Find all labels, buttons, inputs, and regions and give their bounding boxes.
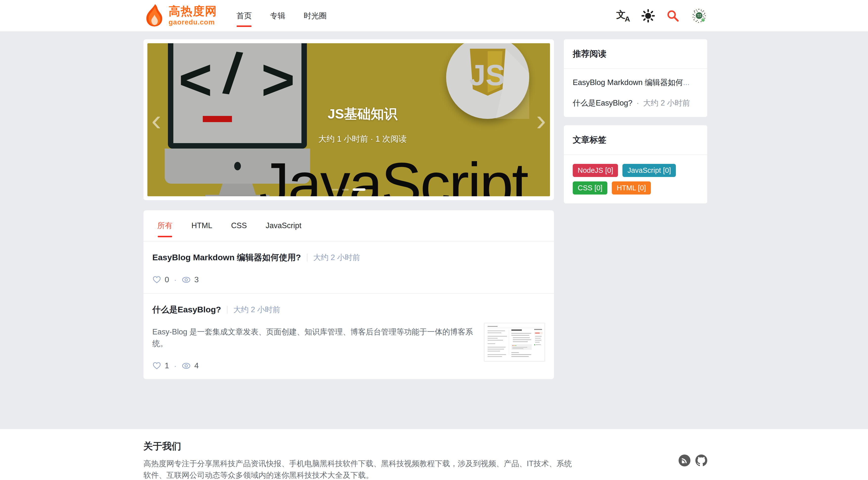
github-icon[interactable] xyxy=(695,454,707,467)
stats-dot: · xyxy=(174,362,177,370)
meta-separator xyxy=(307,254,307,261)
carousel-next-button[interactable]: › xyxy=(536,105,546,135)
article-time: 大约 2 小时前 xyxy=(313,252,360,263)
flame-logo-icon xyxy=(144,4,165,28)
red-cursor-dash xyxy=(203,116,232,122)
translate-icon[interactable]: 文 A xyxy=(616,9,630,22)
stats-dot: · xyxy=(174,276,177,284)
main-nav: 首页 专辑 时光圈 xyxy=(237,0,345,31)
about-text: 高热度网专注于分享黑科技产品资讯快报、手机电脑黑科技软件下载、黑科技视频教程下载… xyxy=(144,458,574,480)
carousel-card: < / > xyxy=(144,39,554,200)
nav-item-home[interactable]: 首页 xyxy=(237,0,252,31)
truncation-ellipsis: ... xyxy=(683,78,689,87)
recommended-reading-card: 推荐阅读 EasyBlog Markdown 编辑器如何... 什么是EasyB… xyxy=(564,39,707,117)
logo-title: 高热度网 xyxy=(169,5,217,17)
item-dot: · xyxy=(637,99,639,107)
article-tags-title: 文章标签 xyxy=(564,125,707,155)
article-title[interactable]: EasyBlog Markdown 编辑器如何使用? xyxy=(152,252,301,263)
tab-javascript[interactable]: JavaScript xyxy=(266,221,302,230)
article-row: 什么是EasyBlog? 大约 2 小时前 Easy-Blog 是一套集成文章发… xyxy=(144,293,554,379)
article-thumbnail[interactable] xyxy=(484,323,545,362)
code-slash-glyph: / xyxy=(221,43,245,103)
article-row: EasyBlog Markdown 编辑器如何使用? 大约 2 小时前 0 · xyxy=(144,242,554,293)
like-count: 1 xyxy=(165,361,169,370)
theme-sun-icon[interactable] xyxy=(642,9,655,23)
recommended-item[interactable]: 什么是EasyBlog? · 大约 2 小时前 xyxy=(573,98,699,108)
carousel-dot-1[interactable] xyxy=(332,189,338,191)
about-title: 关于我们 xyxy=(144,440,574,453)
views-icon xyxy=(182,276,191,284)
recommended-reading-title: 推荐阅读 xyxy=(564,39,707,69)
article-title[interactable]: 什么是EasyBlog? xyxy=(152,304,221,315)
carousel-indicators xyxy=(332,188,366,191)
site-header: 高热度网 gaoredu.com 首页 专辑 时光圈 文 A xyxy=(0,0,868,32)
views-icon xyxy=(182,362,191,370)
code-bracket-right-glyph: > xyxy=(261,51,295,108)
meta-separator xyxy=(227,306,227,314)
carousel-dot-2[interactable] xyxy=(342,189,349,191)
heart-icon xyxy=(152,275,161,284)
heart-icon xyxy=(152,361,161,370)
carousel-slide[interactable]: < / > xyxy=(147,43,550,196)
tab-all[interactable]: 所有 xyxy=(157,221,173,231)
tag-javascript[interactable]: JavaScript [0] xyxy=(622,164,676,177)
tag-html[interactable]: HTML [0] xyxy=(612,182,651,194)
article-list-card: 所有 HTML CSS JavaScript EasyBlog Markdown… xyxy=(144,210,554,379)
view-count: 4 xyxy=(194,361,199,370)
javascript-logo-badge: JS xyxy=(446,43,529,119)
item-time: 大约 2 小时前 xyxy=(643,99,690,107)
background-word-javascript: JavaScript xyxy=(259,154,527,196)
slide-meta: 大约 1 小时前 · 1 次阅读 xyxy=(293,133,432,145)
article-time: 大约 2 小时前 xyxy=(234,305,280,315)
recommended-item[interactable]: EasyBlog Markdown 编辑器如何... xyxy=(573,78,699,88)
carousel-dot-3-active[interactable] xyxy=(353,188,366,191)
tag-css[interactable]: CSS [0] xyxy=(573,182,607,194)
user-avatar[interactable] xyxy=(691,8,707,24)
view-count: 3 xyxy=(194,275,199,284)
article-tags-card: 文章标签 NodeJS [0] JavaScript [0] CSS [0] H… xyxy=(564,125,707,204)
about-block: 关于我们 高热度网专注于分享黑科技产品资讯快报、手机电脑黑科技软件下载、黑科技视… xyxy=(144,440,574,480)
site-logo[interactable]: 高热度网 gaoredu.com xyxy=(144,4,217,28)
slide-title[interactable]: JS基础知识 xyxy=(293,105,432,123)
page-background: < / > xyxy=(0,32,868,429)
search-icon[interactable] xyxy=(666,9,680,23)
svg-text:JS: JS xyxy=(469,59,505,91)
tag-nodejs[interactable]: NodeJS [0] xyxy=(573,164,618,177)
carousel-prev-button[interactable]: ‹ xyxy=(151,105,161,135)
nav-item-moments[interactable]: 时光圈 xyxy=(304,0,327,31)
tab-html[interactable]: HTML xyxy=(191,221,212,230)
tab-css[interactable]: CSS xyxy=(231,221,247,230)
nav-item-albums[interactable]: 专辑 xyxy=(270,0,285,31)
article-excerpt: Easy-Blog 是一套集成文章发表、页面创建、知识库管理、博客后台管理等功能… xyxy=(152,326,481,349)
like-count: 0 xyxy=(165,275,169,284)
site-footer: 关于我们 高热度网专注于分享黑科技产品资讯快报、手机电脑黑科技软件下载、黑科技视… xyxy=(0,429,868,480)
article-tabs: 所有 HTML CSS JavaScript xyxy=(144,210,554,242)
rss-icon[interactable] xyxy=(679,454,690,467)
code-bracket-left-glyph: < xyxy=(179,51,212,108)
logo-domain: gaoredu.com xyxy=(169,18,217,26)
